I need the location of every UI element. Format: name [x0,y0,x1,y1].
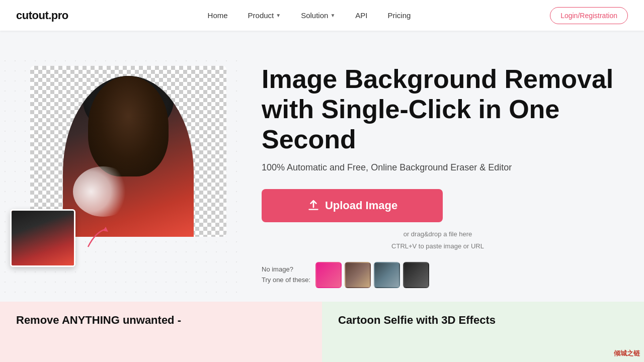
sample-image-4[interactable] [403,262,429,288]
drag-hint: or drag&drop a file here CTRL+V to paste… [262,228,614,252]
card-left-title: Remove ANYTHING unwanted - [16,314,181,327]
nav-api[interactable]: API [347,7,375,24]
product-chevron-icon: ▼ [276,13,281,18]
login-button[interactable]: Login/Registration [550,7,628,24]
card-right-title: Cartoon Selfie with 3D Effects [338,314,496,327]
hero-subtitle: 100% Automatic and Free, Online Backgrou… [262,162,614,173]
upload-button[interactable]: Upload Image [262,189,443,222]
navbar: cutout.pro Home Product ▼ Solution ▼ API… [0,0,644,31]
person-silhouette [63,76,194,237]
sample-images-row: No image? Try one of these: [262,262,614,288]
hero-image-area [0,56,242,297]
nav-links: Home Product ▼ Solution ▼ API Pricing [200,7,419,24]
main-content: Image Background Removal with Single-Cli… [0,31,644,302]
nav-product[interactable]: Product ▼ [240,7,289,24]
logo: cutout.pro [16,9,68,22]
nav-pricing[interactable]: Pricing [379,7,419,24]
sample-image-3[interactable] [374,262,400,288]
solution-chevron-icon: ▼ [330,13,335,18]
upload-icon [307,199,320,212]
flowers-decoration [73,166,133,217]
arrow-icon [83,222,113,252]
svg-rect-1 [308,209,318,210]
hero-text-area: Image Background Removal with Single-Cli… [242,64,614,288]
sample-image-1[interactable] [315,262,342,288]
nav-solution[interactable]: Solution ▼ [293,7,343,24]
thumbnail-person [12,211,74,265]
sample-label: No image? Try one of these: [262,264,310,286]
person-head [88,76,169,176]
watermark: 倾城之链 [614,349,640,358]
bottom-cards: Remove ANYTHING unwanted - Cartoon Selfi… [0,302,644,362]
sample-image-2[interactable] [345,262,371,288]
hero-title: Image Background Removal with Single-Cli… [262,64,614,154]
nav-home[interactable]: Home [200,7,236,24]
thumbnail-preview [10,209,75,267]
card-remove-unwanted[interactable]: Remove ANYTHING unwanted - [0,302,322,362]
sample-thumbnails [315,262,429,288]
card-cartoon-selfie[interactable]: Cartoon Selfie with 3D Effects [322,302,644,362]
